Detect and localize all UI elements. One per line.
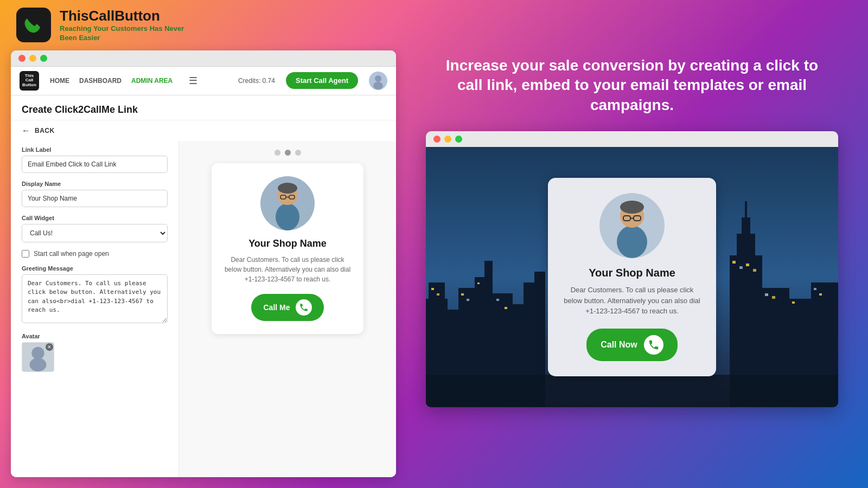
page-header: Create Click2CallMe Link [11, 95, 396, 120]
call-now-button[interactable]: Call Now [586, 329, 678, 361]
right-browser-window: Your Shop Name Dear Customers. To call u… [426, 131, 838, 407]
start-call-checkbox-label: Start call when page open [34, 250, 109, 258]
svg-point-5 [30, 358, 47, 371]
link-label-group: Link Label [22, 146, 168, 173]
form-panel: Link Label Display Name Call Widget Call… [11, 141, 179, 477]
right-section: Increase your sale conversion by creatin… [407, 50, 857, 477]
back-label: BACK [35, 127, 55, 134]
right-preview-message: Dear Customers. To call us please click … [561, 285, 703, 317]
promo-text: Increase your sale conversion by creatin… [442, 56, 822, 115]
svg-rect-47 [814, 288, 816, 290]
svg-rect-39 [505, 307, 507, 309]
page-title: Create Click2CallMe Link [22, 104, 138, 115]
link-label-label: Link Label [22, 146, 168, 153]
preview-call-me-button[interactable]: Call Me [251, 294, 323, 321]
greeting-message-textarea[interactable]: Dear Customers. To call us please click … [22, 274, 168, 323]
logo-icon [16, 8, 51, 42]
brand-text: ThisCallButton Reaching Your Customers H… [60, 8, 184, 43]
avatar-section: Avatar ✕ [22, 333, 168, 372]
svg-rect-43 [753, 269, 756, 272]
greeting-message-label: Greeting Message [22, 265, 168, 272]
greeting-message-group: Greeting Message Dear Customers. To call… [22, 265, 168, 325]
preview-dot-2 [285, 150, 291, 156]
left-browser-window: ThisCallButton HOME DASHBOARD ADMIN AREA… [11, 50, 396, 477]
svg-point-2 [373, 82, 383, 89]
right-call-icon [644, 335, 663, 355]
start-call-agent-button[interactable]: Start Call Agent [286, 72, 358, 89]
avatar-close-button[interactable]: ✕ [46, 343, 53, 351]
preview-avatar [260, 176, 315, 230]
display-name-group: Display Name [22, 181, 168, 207]
svg-rect-44 [765, 293, 768, 296]
svg-rect-42 [746, 264, 749, 266]
svg-point-9 [276, 203, 299, 230]
svg-rect-34 [437, 293, 439, 296]
app-content: Create Click2CallMe Link ← BACK Link Lab… [11, 95, 396, 477]
right-preview-card: Your Shop Name Dear Customers. To call u… [548, 178, 716, 376]
nav-logo: ThisCallButton [20, 71, 39, 91]
start-call-checkbox[interactable] [22, 250, 29, 258]
call-widget-label: Call Widget [22, 215, 168, 221]
svg-rect-38 [496, 299, 499, 301]
svg-rect-45 [772, 296, 775, 299]
svg-rect-27 [737, 234, 755, 255]
svg-rect-49 [426, 375, 838, 407]
display-name-input[interactable] [22, 190, 168, 207]
svg-point-54 [620, 201, 644, 214]
avatar-label: Avatar [22, 333, 168, 339]
link-label-input[interactable] [22, 156, 168, 173]
right-preview-shop-name: Your Shop Name [589, 267, 675, 279]
back-nav[interactable]: ← BACK [11, 120, 396, 141]
credits-display: Credits: 0.74 [238, 77, 275, 85]
back-arrow-icon: ← [22, 126, 30, 136]
minimize-dot[interactable] [29, 55, 36, 62]
avatar-preview: ✕ [22, 342, 54, 372]
svg-rect-29 [745, 201, 747, 220]
start-call-checkbox-row: Start call when page open [22, 250, 168, 258]
svg-point-1 [375, 75, 381, 82]
hamburger-icon[interactable]: ☰ [189, 75, 197, 87]
preview-dot-3 [295, 150, 301, 156]
nav-items: HOME DASHBOARD ADMIN AREA [50, 77, 173, 85]
svg-rect-37 [477, 282, 480, 284]
call-icon [296, 299, 312, 316]
svg-rect-48 [819, 293, 822, 296]
svg-rect-40 [732, 261, 736, 264]
preview-card: Your Shop Name Dear Customers. To call u… [212, 163, 363, 334]
svg-point-52 [617, 226, 647, 258]
city-background: Your Shop Name Dear Customers. To call u… [426, 147, 838, 407]
top-bar: ThisCallButton Reaching Your Customers H… [0, 0, 868, 50]
svg-rect-46 [792, 301, 795, 304]
svg-rect-33 [431, 288, 434, 290]
brand-tagline: Reaching Your Customers Has Never Been E… [60, 24, 184, 43]
svg-rect-41 [739, 266, 743, 269]
svg-rect-35 [461, 293, 464, 296]
brand-name: ThisCallButton [60, 8, 184, 24]
close-dot[interactable] [18, 55, 25, 62]
nav-dashboard[interactable]: DASHBOARD [79, 77, 122, 85]
right-maximize-dot[interactable] [455, 136, 462, 143]
call-widget-select[interactable]: Call Us! [22, 224, 168, 242]
preview-dot-1 [275, 150, 280, 156]
call-widget-group: Call Widget Call Us! [22, 215, 168, 242]
maximize-dot[interactable] [40, 55, 47, 62]
svg-rect-36 [467, 299, 469, 301]
right-minimize-dot[interactable] [444, 136, 451, 143]
preview-panel: Your Shop Name Dear Customers. To call u… [179, 141, 396, 477]
form-preview-area: Link Label Display Name Call Widget Call… [11, 141, 396, 477]
window-titlebar [11, 50, 396, 67]
right-titlebar [426, 131, 838, 147]
preview-shop-name: Your Shop Name [248, 238, 327, 249]
user-avatar [369, 72, 387, 90]
svg-point-4 [31, 346, 44, 359]
preview-dots [275, 150, 301, 156]
nav-admin-area[interactable]: ADMIN AREA [131, 77, 173, 85]
right-preview-avatar [599, 193, 665, 258]
svg-point-11 [278, 183, 297, 194]
display-name-label: Display Name [22, 181, 168, 187]
preview-message: Dear Customers. To call us please click … [222, 255, 353, 284]
app-nav: ThisCallButton HOME DASHBOARD ADMIN AREA… [11, 67, 396, 95]
nav-home[interactable]: HOME [50, 77, 69, 85]
right-close-dot[interactable] [433, 136, 441, 143]
